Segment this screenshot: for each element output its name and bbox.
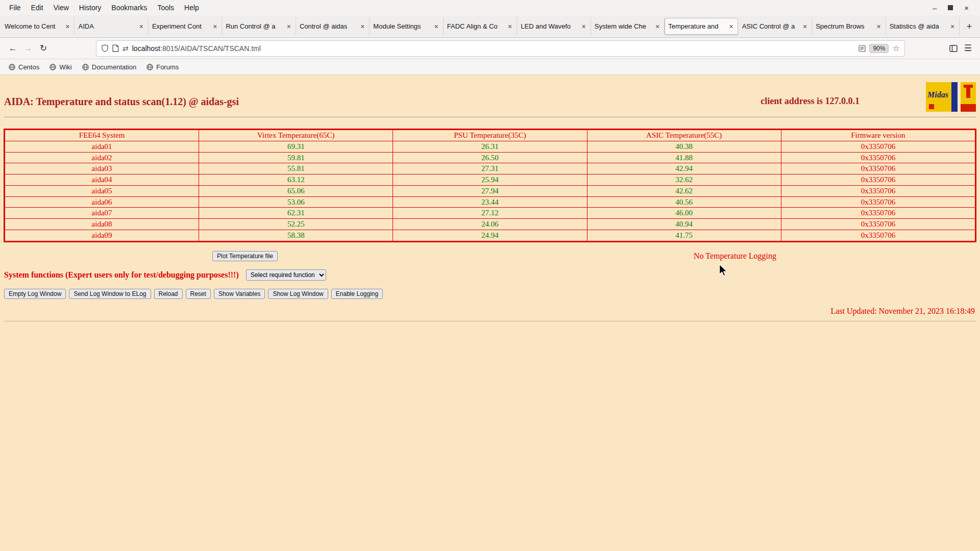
window-controls: – ×: [933, 4, 976, 12]
temperature-table: FEE64 SystemVirtex Temperature(65C)PSU T…: [4, 129, 976, 242]
tab-close-icon[interactable]: ×: [802, 22, 808, 31]
zoom-level-badge[interactable]: 90%: [869, 44, 889, 53]
browser-tab[interactable]: Module Settings ×: [370, 18, 443, 35]
swap-arrows-icon[interactable]: ⇄: [122, 44, 129, 53]
log-action-button[interactable]: Show Variables: [214, 289, 265, 299]
forward-button[interactable]: →: [20, 41, 36, 56]
cell-system: aida09: [5, 230, 199, 241]
tab-close-icon[interactable]: ×: [728, 22, 734, 31]
browser-tab[interactable]: AIDA ×: [75, 18, 148, 35]
page-info-icon[interactable]: [112, 44, 119, 52]
new-tab-button[interactable]: +: [960, 15, 979, 37]
bookmark-label: Wiki: [59, 63, 72, 71]
tab-close-icon[interactable]: ×: [286, 22, 292, 31]
browser-tab[interactable]: Temperature and ×: [665, 18, 738, 35]
tab-close-icon[interactable]: ×: [581, 22, 587, 31]
cell-psu-temp: 24.06: [393, 219, 587, 230]
cell-psu-temp: 27.31: [393, 163, 587, 174]
menu-item[interactable]: Bookmarks: [106, 2, 152, 13]
browser-tab[interactable]: System wide Che ×: [591, 18, 665, 35]
menu-item[interactable]: Edit: [26, 2, 48, 13]
browser-tab[interactable]: ASIC Control @ a ×: [739, 18, 812, 35]
browser-tab[interactable]: FADC Align & Co ×: [444, 18, 517, 35]
log-action-button[interactable]: Show Log Window: [268, 289, 328, 299]
cell-firmware: 0x3350706: [781, 174, 975, 186]
no-logging-status: No Temperature Logging: [694, 252, 776, 260]
minimize-button[interactable]: –: [933, 4, 937, 12]
last-updated-text: Last Updated: November 21, 2023 16:18:49: [0, 307, 980, 316]
tab-title: Run Control @ a: [226, 22, 282, 30]
bookmark-item[interactable]: Documentation: [79, 62, 140, 72]
back-button[interactable]: ←: [5, 41, 20, 56]
cell-asic-temp: 40.56: [587, 196, 781, 208]
cell-asic-temp: 32.62: [587, 174, 781, 186]
menu-item[interactable]: View: [48, 2, 74, 13]
tab-close-icon[interactable]: ×: [433, 22, 439, 31]
bookmark-label: Centos: [18, 63, 39, 71]
cell-firmware: 0x3350706: [781, 219, 975, 230]
tab-title: Statistics @ aida: [890, 22, 946, 30]
table-row: aida02 59.81 26.50 41.88 0x3350706: [5, 152, 976, 163]
menu-item[interactable]: Help: [179, 2, 204, 13]
url-path: :8015/AIDA/TSCAN/TSCAN.tml: [160, 44, 261, 53]
function-select[interactable]: Select required function: [246, 269, 326, 281]
close-button[interactable]: ×: [964, 4, 969, 12]
table-row: aida06 53.06 23.44 40.56 0x3350706: [5, 196, 976, 208]
tab-close-icon[interactable]: ×: [507, 22, 513, 31]
browser-tab[interactable]: Experiment Cont ×: [149, 18, 222, 35]
log-action-button[interactable]: Send Log Window to ELog: [69, 289, 151, 299]
maximize-button[interactable]: [948, 5, 953, 10]
tab-close-icon[interactable]: ×: [949, 22, 955, 31]
tab-strip: Welcome to Cent × AIDA × Experiment Cont…: [1, 15, 960, 37]
browser-tab[interactable]: Welcome to Cent ×: [1, 18, 75, 35]
logos: Midas: [926, 82, 976, 112]
column-header: Virtex Temperature(65C): [199, 130, 393, 141]
browser-menubar: FileEditViewHistoryBookmarksToolsHelp – …: [0, 0, 980, 15]
tracking-shield-icon[interactable]: [101, 44, 109, 52]
browser-tab[interactable]: LED and Wavefo ×: [517, 18, 591, 35]
browser-tab[interactable]: Control @ aidas ×: [296, 18, 370, 35]
page-title: AIDA: Temperature and status scan(1.12) …: [4, 96, 239, 108]
cell-asic-temp: 41.75: [587, 230, 781, 241]
reload-button[interactable]: ↻: [36, 41, 51, 56]
footer-divider: [4, 321, 976, 322]
tab-close-icon[interactable]: ×: [212, 22, 218, 31]
tab-title: Module Settings: [373, 22, 430, 30]
tab-close-icon[interactable]: ×: [64, 22, 70, 31]
menu-item[interactable]: File: [4, 2, 26, 13]
cell-firmware: 0x3350706: [781, 152, 975, 163]
log-action-button[interactable]: Empty Log Window: [4, 289, 66, 299]
bookmark-label: Forums: [156, 63, 179, 71]
menu-item[interactable]: Tools: [152, 2, 179, 13]
plot-temperature-button[interactable]: Plot Temperature file: [212, 251, 278, 261]
midas-logo: Midas: [926, 82, 958, 112]
browser-tab[interactable]: Run Control @ a ×: [222, 18, 296, 35]
url-bar[interactable]: ⇄ localhost:8015/AIDA/TSCAN/TSCAN.tml 90…: [96, 40, 905, 57]
bookmark-item[interactable]: Wiki: [46, 62, 76, 72]
client-address-text: client address is 127.0.0.1: [761, 96, 860, 107]
bookmark-star-icon[interactable]: ☆: [892, 43, 899, 53]
sidebar-icon[interactable]: [946, 41, 961, 56]
browser-tab[interactable]: Spectrum Brows ×: [812, 18, 886, 35]
tab-title: Spectrum Brows: [816, 22, 872, 30]
tab-close-icon[interactable]: ×: [138, 22, 144, 31]
browser-tab[interactable]: Statistics @ aida ×: [886, 18, 960, 35]
app-menu-icon[interactable]: ☰: [961, 43, 975, 54]
bookmark-item[interactable]: Forums: [143, 62, 182, 72]
tab-title: System wide Che: [595, 22, 651, 30]
log-action-button[interactable]: Enable Logging: [331, 289, 383, 299]
column-header: PSU Temperature(35C): [393, 130, 587, 141]
tab-title: Temperature and: [668, 22, 725, 30]
tab-close-icon[interactable]: ×: [875, 22, 881, 31]
bookmark-item[interactable]: Centos: [5, 62, 43, 72]
cell-psu-temp: 23.44: [393, 196, 587, 208]
menu-item[interactable]: History: [74, 2, 107, 13]
log-action-button[interactable]: Reload: [154, 289, 183, 299]
cell-system: aida06: [5, 196, 199, 208]
cell-virtex-temp: 59.81: [199, 152, 393, 163]
reader-mode-icon[interactable]: [859, 45, 866, 52]
tab-close-icon[interactable]: ×: [359, 22, 365, 31]
tab-title: Experiment Cont: [152, 22, 209, 30]
log-action-button[interactable]: Reset: [186, 289, 211, 299]
tab-close-icon[interactable]: ×: [654, 22, 660, 31]
